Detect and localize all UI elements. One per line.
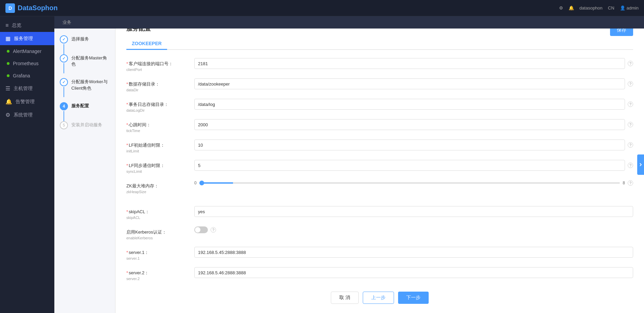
label-ticktime: *心跳时间： tickTime — [126, 119, 194, 133]
topbar: D DataSophon ⚙ 🔔 datasophon CN 👤 admin — [0, 0, 644, 16]
avatar[interactable]: 👤 admin — [620, 5, 639, 11]
help-icon-kerberos[interactable]: ? — [211, 227, 216, 233]
help-icon-datadir[interactable]: ? — [628, 81, 633, 87]
form-panel: 服务配置 保存 ZOOKEEPER *客户端连接的端口号： clientPort… — [115, 16, 644, 313]
control-synclimit: ? — [194, 160, 633, 171]
sidebar-item-overview[interactable]: ≡ 总览 — [0, 19, 54, 32]
sidebar-item-alertmanager[interactable]: AlertManager — [0, 45, 54, 57]
label-enablekerberos: 启用Kerberos认证： enableKerberos — [126, 226, 194, 240]
input-server2[interactable] — [194, 267, 633, 278]
step-circle-3: ✓ — [60, 78, 68, 86]
help-icon-zkheapsize[interactable]: ? — [628, 180, 633, 186]
control-zkheapsize: 0 8 ? — [194, 180, 633, 186]
sidebar-label-alertmanager: AlertManager — [13, 49, 41, 54]
slider-zkheapsize[interactable] — [199, 182, 620, 184]
step-circle-1: ✓ — [60, 35, 68, 43]
bell-icon[interactable]: 🔔 — [569, 5, 574, 11]
form-row-initlimit: *LF初始通信时限： initLimit ? — [126, 140, 633, 153]
label-server2: *server.2： server.2 — [126, 267, 194, 281]
form-row-ticktime: *心跳时间： tickTime ? — [126, 119, 633, 133]
label-clientport: *客户端连接的端口号： clientPort — [126, 58, 194, 72]
sidebar-label-service-management: 服务管理 — [14, 36, 33, 42]
help-icon-datalogdir[interactable]: ? — [628, 102, 633, 107]
step-label-1: 选择服务 — [71, 35, 89, 42]
step-circle-4: 4 — [60, 102, 68, 110]
step-panel: ✓ 选择服务 ✓ 分配服务Master角色 ✓ 分配服务Worker与Clien… — [54, 29, 115, 313]
control-initlimit: ? — [194, 140, 633, 150]
help-icon-ticktime[interactable]: ? — [628, 122, 633, 127]
sidebar-item-grafana[interactable]: Grafana — [0, 70, 54, 82]
expand-icon — [639, 163, 643, 167]
control-datalogdir: ? — [194, 99, 633, 110]
step-label-3: 分配服务Worker与Client角色 — [71, 78, 110, 91]
step-item-1: ✓ 选择服务 — [60, 35, 110, 43]
sidebar-item-service-management[interactable]: ▦ 服务管理 — [0, 32, 54, 45]
sidebar-item-prometheus[interactable]: Prometheus — [0, 57, 54, 70]
form-row-zkheapsize: ZK最大堆内存： zkHeapSize 0 8 ? — [126, 180, 633, 194]
input-datadir[interactable] — [194, 78, 625, 89]
input-server1[interactable] — [194, 247, 633, 258]
form-row-synclimit: *LF同步通信时限： syncLimit ? — [126, 160, 633, 173]
input-initlimit[interactable] — [194, 140, 625, 150]
topbar-right: ⚙ 🔔 datasophon CN 👤 admin — [559, 5, 639, 11]
help-icon-synclimit[interactable]: ? — [628, 163, 633, 168]
toggle-wrapper-kerberos: ? — [194, 226, 216, 233]
tab-business[interactable]: 业务 — [57, 17, 77, 27]
sidebar-item-host-management[interactable]: ☰ 主机管理 — [0, 82, 54, 95]
sidebar-item-alert-management[interactable]: 🔔 告警管理 — [0, 95, 54, 108]
control-skipacl — [194, 206, 633, 217]
settings-icon[interactable]: ⚙ — [559, 5, 563, 11]
prometheus-dot — [7, 62, 10, 65]
input-datalogdir[interactable] — [194, 99, 625, 110]
app-name: DataSophon — [18, 4, 58, 12]
label-initlimit: *LF初始通信时限： initLimit — [126, 140, 194, 153]
sidebar-label-overview: 总览 — [12, 22, 21, 29]
sidebar-label-system-management: 系统管理 — [14, 112, 33, 118]
label-datadir: *数据存储目录： dataDir — [126, 78, 194, 92]
tab-bar: ZOOKEEPER — [126, 38, 633, 50]
main-layout: ≡ 总览 ▦ 服务管理 AlertManager Prometheus Graf… — [0, 16, 644, 313]
system-management-icon: ⚙ — [5, 112, 10, 118]
service-management-icon: ▦ — [5, 35, 11, 42]
next-button[interactable]: 下一步 — [398, 292, 429, 304]
help-icon-initlimit[interactable]: ? — [628, 142, 633, 148]
cancel-button[interactable]: 取 消 — [331, 292, 359, 304]
input-ticktime[interactable] — [194, 119, 625, 130]
sidebar-item-system-management[interactable]: ⚙ 系统管理 — [0, 108, 54, 122]
overview-icon: ≡ — [5, 22, 8, 29]
slider-wrapper-zkheapsize: 0 8 — [194, 181, 625, 185]
control-server2 — [194, 267, 633, 278]
form-row-clientport: *客户端连接的端口号： clientPort ? — [126, 58, 633, 72]
sidebar-label-prometheus: Prometheus — [13, 61, 38, 66]
user-dropdown[interactable]: datasophon — [579, 5, 603, 11]
step-connector-3 — [64, 87, 64, 97]
sidebar: ≡ 总览 ▦ 服务管理 AlertManager Prometheus Graf… — [0, 16, 54, 313]
sidebar-label-alert-management: 告警管理 — [16, 99, 35, 105]
label-skipacl: *skipACL： skipACL — [126, 206, 194, 220]
prev-button[interactable]: 上一步 — [363, 292, 394, 304]
lang-dropdown[interactable]: CN — [608, 5, 614, 11]
input-clientport[interactable] — [194, 58, 625, 69]
host-management-icon: ☰ — [5, 85, 10, 92]
input-synclimit[interactable] — [194, 160, 625, 171]
form-footer: 取 消 上一步 下一步 — [126, 292, 633, 311]
step-connector-4 — [64, 111, 64, 121]
input-skipacl[interactable] — [194, 206, 633, 217]
step-item-4: 4 服务配置 — [60, 102, 110, 110]
tab-zookeeper[interactable]: ZOOKEEPER — [126, 38, 167, 50]
alertmanager-dot — [7, 50, 10, 53]
form-row-datalogdir: *事务日志存储目录： dataLogDir ? — [126, 99, 633, 112]
help-icon-clientport[interactable]: ? — [628, 61, 633, 66]
control-ticktime: ? — [194, 119, 633, 130]
control-enablekerberos: ? — [194, 226, 633, 233]
step-circle-2: ✓ — [60, 54, 68, 62]
sidebar-label-grafana: Grafana — [13, 73, 30, 78]
topbar-left: D DataSophon — [5, 3, 58, 13]
slider-max-zkheapsize: 8 — [623, 181, 625, 185]
content-area: 业务 ✓ 选择服务 ✓ 分配服务Master角色 ✓ — [54, 16, 644, 313]
step-label-5: 安装并启动服务 — [71, 121, 102, 128]
label-zkheapsize: ZK最大堆内存： zkHeapSize — [126, 180, 194, 194]
toggle-kerberos[interactable] — [194, 226, 208, 233]
side-expand-button[interactable] — [637, 154, 644, 175]
label-datalogdir: *事务日志存储目录： dataLogDir — [126, 99, 194, 112]
